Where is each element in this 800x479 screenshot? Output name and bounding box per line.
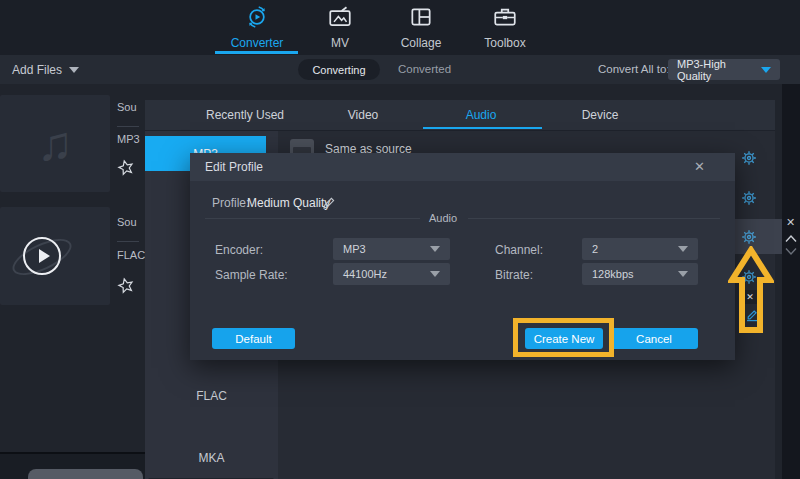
encoder-select[interactable]: MP3 xyxy=(333,238,450,260)
add-files-label: Add Files xyxy=(12,63,62,77)
format-item-mka[interactable]: MKA xyxy=(145,451,278,465)
dialog-title: Edit Profile xyxy=(205,160,263,174)
tab-converted[interactable]: Converted xyxy=(398,63,451,75)
nav-label-converter: Converter xyxy=(231,36,284,50)
toolbox-icon xyxy=(492,4,518,33)
convert-all-dropdown[interactable]: MP3-High Quality xyxy=(668,59,780,80)
divider xyxy=(205,218,420,219)
play-icon xyxy=(39,249,50,263)
chevron-up-icon[interactable] xyxy=(785,232,797,241)
rename-pencil-icon[interactable] xyxy=(321,196,336,214)
encoder-label: Encoder: xyxy=(215,243,263,257)
collage-icon xyxy=(408,4,434,33)
converter-icon xyxy=(244,4,270,33)
gear-icon[interactable] xyxy=(741,150,757,166)
play-button[interactable] xyxy=(23,237,61,275)
favorite-star-icon[interactable] xyxy=(115,157,137,179)
convert-all-label: Convert All to: xyxy=(598,63,670,75)
right-side-strip: ✕ xyxy=(782,84,800,479)
format-item-flac[interactable]: FLAC xyxy=(145,389,278,403)
chevron-down-icon xyxy=(678,246,688,252)
profile-label: Profile: xyxy=(212,196,249,210)
top-nav: Converter MV Collage Toolbox xyxy=(0,0,800,55)
nav-tab-converter[interactable]: Converter xyxy=(217,4,297,50)
bitrate-select[interactable]: 128kbps xyxy=(582,263,698,285)
annotation-highlight-box xyxy=(513,318,614,357)
default-button[interactable]: Default xyxy=(212,328,295,349)
nav-tab-collage[interactable]: Collage xyxy=(381,4,461,50)
file-source-label: Sou xyxy=(117,101,137,113)
cancel-button[interactable]: Cancel xyxy=(610,328,698,349)
chevron-down-icon xyxy=(761,67,771,73)
gear-icon[interactable] xyxy=(741,190,757,206)
file-format-label: MP3 xyxy=(117,133,140,145)
profile-tabs-bar: Recently Used Video Audio Device xyxy=(145,100,775,131)
tab-converting[interactable]: Converting xyxy=(298,59,380,80)
profile-value: Medium Quality xyxy=(247,196,330,210)
channel-select[interactable]: 2 xyxy=(582,238,698,260)
tab-recently-used[interactable]: Recently Used xyxy=(206,108,284,122)
nav-label-collage: Collage xyxy=(401,36,442,50)
nav-label-mv: MV xyxy=(331,36,349,50)
edit-profile-dialog: Edit Profile ✕ Profile: Medium Quality A… xyxy=(190,153,735,360)
dialog-header: Edit Profile ✕ xyxy=(190,153,735,181)
divider xyxy=(117,126,139,127)
chevron-down-icon xyxy=(430,271,440,277)
channel-label: Channel: xyxy=(495,243,543,257)
tab-device[interactable]: Device xyxy=(582,108,619,122)
tab-audio[interactable]: Audio xyxy=(466,108,497,122)
chevron-down-icon xyxy=(678,271,688,277)
partial-popup-edge xyxy=(28,469,143,479)
divider xyxy=(117,241,139,242)
divider xyxy=(468,218,720,219)
file-source-label: Sou xyxy=(117,216,137,228)
sample-rate-select[interactable]: 44100Hz xyxy=(333,263,450,285)
sample-rate-label: Sample Rate: xyxy=(215,268,288,282)
nav-label-toolbox: Toolbox xyxy=(484,36,525,50)
mv-icon xyxy=(327,4,353,33)
close-icon[interactable]: ✕ xyxy=(694,159,705,174)
active-tab-underline xyxy=(423,127,542,129)
close-panel-icon[interactable]: ✕ xyxy=(786,216,795,229)
bitrate-label: Bitrate: xyxy=(495,268,533,282)
annotation-arrow-up xyxy=(728,246,774,339)
chevron-down-icon xyxy=(430,246,440,252)
toolbar: Add Files Converting Converted Convert A… xyxy=(0,55,800,84)
music-note-icon: ♫ xyxy=(0,95,110,192)
nav-tab-mv[interactable]: MV xyxy=(300,4,380,50)
file-thumbnail-video[interactable] xyxy=(0,207,110,305)
file-format-label: FLAC xyxy=(117,249,145,261)
nav-tab-toolbox[interactable]: Toolbox xyxy=(465,4,545,50)
gear-icon-highlighted[interactable] xyxy=(741,229,757,245)
file-thumbnail-audio[interactable]: ♫ xyxy=(0,95,110,192)
chevron-down-icon[interactable] xyxy=(785,245,797,254)
app-window: Converter MV Collage Toolbox Add Files xyxy=(0,0,800,479)
active-tab-underline xyxy=(215,51,298,54)
chevron-down-icon xyxy=(69,67,79,73)
convert-all-value: MP3-High Quality xyxy=(677,58,761,82)
favorite-star-icon[interactable] xyxy=(115,275,137,297)
section-title: Audio xyxy=(429,212,457,224)
tab-video[interactable]: Video xyxy=(348,108,378,122)
add-files-button[interactable]: Add Files xyxy=(12,62,79,78)
